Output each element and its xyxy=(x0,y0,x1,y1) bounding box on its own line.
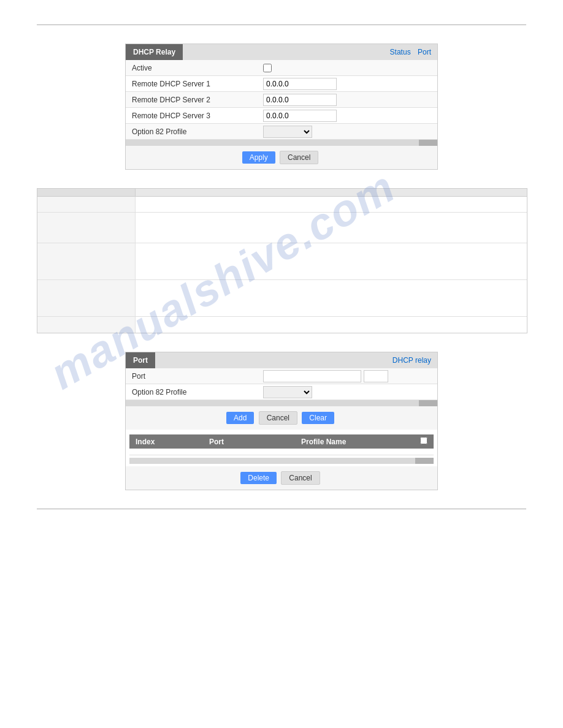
port-input2[interactable] xyxy=(364,370,388,382)
server1-input[interactable] xyxy=(263,78,337,90)
port-field-row: Port xyxy=(126,368,437,384)
port-data-table-container: Index Port Profile Name xyxy=(126,430,437,455)
server2-value xyxy=(261,93,437,107)
ref-col2-header xyxy=(136,189,527,196)
option82-value xyxy=(261,124,437,139)
server1-value xyxy=(261,77,437,91)
port-input[interactable] xyxy=(263,370,361,382)
ref-row4-col1 xyxy=(37,280,136,316)
port-table-scrollbar xyxy=(129,458,434,464)
option82-row: Option 82 Profile xyxy=(126,124,437,140)
ref-row-3 xyxy=(37,243,527,280)
port-cancel-button[interactable]: Cancel xyxy=(259,411,297,425)
port-panel-header: Port DHCP relay xyxy=(126,352,437,368)
active-checkbox[interactable] xyxy=(263,64,272,72)
port-option82-row: Option 82 Profile xyxy=(126,384,437,400)
port-table-body xyxy=(129,449,434,455)
port-link[interactable]: Port xyxy=(418,48,431,56)
dhcp-relay-link[interactable]: DHCP relay xyxy=(393,356,431,365)
col-port-header: Port xyxy=(203,434,295,449)
server3-input[interactable] xyxy=(263,110,337,122)
empty-row xyxy=(129,449,434,455)
ref-row4-col2 xyxy=(136,280,527,316)
server2-input[interactable] xyxy=(263,94,337,106)
delete-button[interactable]: Delete xyxy=(240,472,277,484)
add-button[interactable]: Add xyxy=(226,412,254,424)
status-link[interactable]: Status xyxy=(390,48,411,56)
ref-row2-col2 xyxy=(136,213,527,243)
port-scrollbar-thumb xyxy=(419,400,437,406)
server1-row: Remote DHCP Server 1 xyxy=(126,76,437,92)
col-profile-header: Profile Name xyxy=(295,434,414,449)
clear-button[interactable]: Clear xyxy=(302,412,334,424)
ref-row-4 xyxy=(37,280,527,317)
ref-row1-col1 xyxy=(37,197,136,212)
ref-row2-col1 xyxy=(37,213,136,243)
port-field-label: Port xyxy=(126,370,261,383)
scrollbar-thumb xyxy=(419,140,437,146)
ref-table-container xyxy=(37,188,527,333)
ref-row-5 xyxy=(37,317,527,333)
server2-row: Remote DHCP Server 2 xyxy=(126,92,437,108)
ref-row1-col2 xyxy=(136,197,527,212)
ref-row5-col2 xyxy=(136,317,527,333)
option82-label: Option 82 Profile xyxy=(126,125,261,138)
ref-table-header xyxy=(37,189,527,197)
server3-row: Remote DHCP Server 3 xyxy=(126,108,437,124)
server3-label: Remote DHCP Server 3 xyxy=(126,109,261,123)
port-option82-select[interactable] xyxy=(263,386,312,398)
server2-label: Remote DHCP Server 2 xyxy=(126,93,261,107)
port-panel-links: DHCP relay xyxy=(388,356,437,365)
ref-row3-col2 xyxy=(136,243,527,279)
dhcp-relay-panel-header: DHCP Relay Status Port xyxy=(126,44,437,60)
cancel-button[interactable]: Cancel xyxy=(280,151,318,164)
port-data-table: Index Port Profile Name xyxy=(129,434,434,455)
active-label: Active xyxy=(126,61,261,75)
ref-row5-col1 xyxy=(37,317,136,333)
bottom-divider xyxy=(37,509,526,509)
dhcp-relay-btn-row: Apply Cancel xyxy=(126,146,437,169)
port-option82-label: Option 82 Profile xyxy=(126,385,261,399)
dhcp-relay-panel: DHCP Relay Status Port Active Remote DHC… xyxy=(125,44,438,170)
active-value xyxy=(261,63,437,74)
port-footer-cancel-button[interactable]: Cancel xyxy=(281,471,320,485)
col-index-header: Index xyxy=(129,434,203,449)
ref-col1-header xyxy=(37,189,136,196)
server3-value xyxy=(261,108,437,123)
select-all-checkbox[interactable] xyxy=(420,437,427,444)
port-option82-value xyxy=(261,385,437,400)
port-panel-title: Port xyxy=(126,352,155,368)
ref-row-2 xyxy=(37,213,527,243)
dhcp-relay-panel-links: Status Port xyxy=(385,48,437,56)
ref-row3-col1 xyxy=(37,243,136,279)
option82-select[interactable] xyxy=(263,126,312,138)
port-table-scrollbar-thumb xyxy=(415,458,434,464)
port-field-value xyxy=(261,369,437,384)
scrollbar xyxy=(126,140,437,146)
ref-row-1 xyxy=(37,197,527,213)
top-divider xyxy=(37,25,526,25)
apply-button[interactable]: Apply xyxy=(242,151,275,164)
port-panel: Port DHCP relay Port Option 82 Profile xyxy=(125,352,438,490)
port-delete-btn-row: Delete Cancel xyxy=(126,466,437,490)
port-table-header-row: Index Port Profile Name xyxy=(129,434,434,449)
active-row: Active xyxy=(126,60,437,76)
port-add-btn-row: Add Cancel Clear xyxy=(126,406,437,430)
server1-label: Remote DHCP Server 1 xyxy=(126,77,261,91)
col-check-header xyxy=(414,434,434,449)
port-scrollbar xyxy=(126,400,437,406)
dhcp-relay-panel-title: DHCP Relay xyxy=(126,44,183,60)
